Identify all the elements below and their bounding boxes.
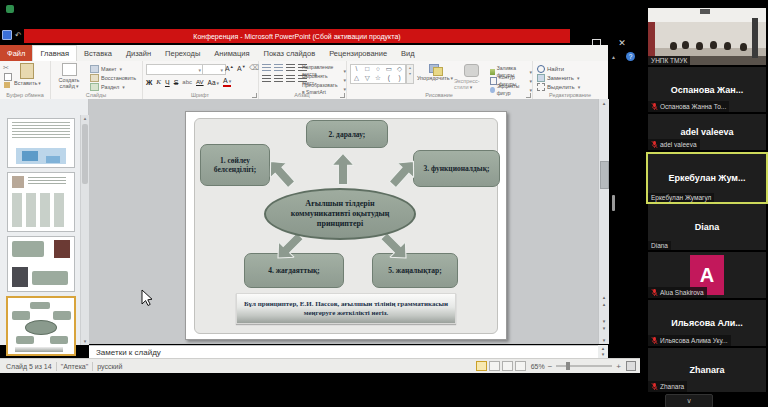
shape-rounded-rect-icon[interactable]: ▭ xyxy=(383,65,394,74)
tab-review[interactable]: Рецензирование xyxy=(322,45,394,61)
new-slide-button[interactable]: Создать слайд xyxy=(54,63,84,89)
window-titlebar[interactable]: Конференция - Microsoft PowerPoint (Сбой… xyxy=(24,29,570,43)
slide-sorter-view-icon[interactable] xyxy=(489,361,500,371)
tab-animations[interactable]: Анимация xyxy=(207,45,256,61)
close-window-button[interactable]: ✕ xyxy=(612,36,632,49)
diagram-box-2[interactable]: 2. даралау; xyxy=(306,120,388,148)
tab-design[interactable]: Дизайн xyxy=(119,45,158,61)
align-center-icon[interactable] xyxy=(274,75,283,82)
change-case-button[interactable]: Aa xyxy=(208,79,219,86)
meeting-info-icon[interactable] xyxy=(6,5,14,13)
copy-icon[interactable] xyxy=(4,73,12,81)
save-icon[interactable] xyxy=(2,30,12,40)
zoom-level[interactable]: 65% xyxy=(531,363,545,370)
align-left-icon[interactable] xyxy=(262,75,271,82)
diagram-box-4[interactable]: 4. жағдаяттық; xyxy=(244,253,344,288)
notes-scrollbar[interactable]: ▴▾ xyxy=(598,345,608,358)
notes-pane[interactable]: Заметки к слайду xyxy=(89,345,598,358)
participant-tile-erkebulan-active-speaker[interactable]: Еркебулан Жум... Еркебулан Жумагул xyxy=(646,152,768,204)
participant-tile-diana[interactable]: Diana Diana xyxy=(648,204,766,250)
italic-button[interactable]: К xyxy=(156,78,161,86)
underline-button[interactable]: Ч xyxy=(165,79,170,86)
next-slide-button[interactable]: ▾▾ xyxy=(599,318,609,332)
arrange-button[interactable]: Упорядочить xyxy=(418,64,452,81)
participant-tile-adel[interactable]: adel valeeva adel valeeva xyxy=(648,114,766,150)
tab-insert[interactable]: Вставка xyxy=(77,45,119,61)
shape-triangle-icon[interactable]: △ xyxy=(351,74,362,83)
slideshow-view-icon[interactable] xyxy=(515,361,526,371)
tab-slideshow[interactable]: Показ слайдов xyxy=(257,45,323,61)
cut-icon[interactable]: ✂ xyxy=(3,64,9,72)
bold-button[interactable]: Ж xyxy=(146,79,152,86)
font-dialog-launcher[interactable] xyxy=(252,93,257,98)
format-painter-icon[interactable] xyxy=(4,82,10,88)
replace-button[interactable]: Заменить xyxy=(537,74,579,82)
reset-button[interactable]: Восстановить xyxy=(90,74,136,82)
more-participants-button[interactable]: ∨ xyxy=(665,394,713,407)
bullets-icon[interactable] xyxy=(262,64,271,71)
shape-ellipse-icon[interactable]: ○ xyxy=(373,65,384,74)
diagram-box-5[interactable]: 5. жаңалықтар; xyxy=(372,253,458,288)
reading-view-icon[interactable] xyxy=(502,361,513,371)
zoom-in-icon[interactable]: + xyxy=(616,362,621,371)
participant-video-tile[interactable]: УНПК ТМУК xyxy=(648,8,766,65)
participant-tile-ilyasova[interactable]: Ильясова Али... Ильясова Алима Уку... xyxy=(648,300,766,346)
section-button[interactable]: Раздел xyxy=(90,83,125,91)
previous-slide-button[interactable]: ▴▴ xyxy=(599,294,609,308)
slide-thumbnail-2[interactable] xyxy=(7,118,75,168)
paste-button[interactable]: Вставить xyxy=(14,63,41,86)
shape-brace-right-icon[interactable]: ) xyxy=(394,74,405,83)
shape-brace-left-icon[interactable]: ( xyxy=(383,74,394,83)
sidebar-splitter-handle[interactable] xyxy=(612,195,615,211)
fit-to-window-icon[interactable] xyxy=(626,361,636,371)
participant-tile-alua[interactable]: A Alua Shakirova xyxy=(648,252,766,298)
shrink-font-icon[interactable]: А▼ xyxy=(236,64,247,72)
layout-button[interactable]: Макет xyxy=(90,65,122,73)
participant-tile-zhanara[interactable]: Zhanara Zhanara xyxy=(648,348,766,392)
diagram-box-1[interactable]: 1. сөйлеу белсенділігі; xyxy=(200,144,270,186)
shapes-scroll[interactable]: ▴▾ xyxy=(406,64,414,84)
diagram-box-3[interactable]: 3. функционалдық; xyxy=(413,150,500,187)
tab-transitions[interactable]: Переходы xyxy=(158,45,207,61)
normal-view-icon[interactable] xyxy=(476,361,487,371)
drawing-dialog-launcher[interactable] xyxy=(526,93,531,98)
zoom-slider-thumb[interactable] xyxy=(566,362,570,370)
diagram-footer-banner[interactable]: Бұл принциптер, Е.И. Пассов, ағылшын тіл… xyxy=(236,293,456,324)
help-icon[interactable]: ? xyxy=(626,52,635,61)
shape-rectangle-icon[interactable]: □ xyxy=(362,65,373,74)
tab-view[interactable]: Вид xyxy=(394,45,422,61)
shape-star-icon[interactable]: ☆ xyxy=(373,74,384,83)
paragraph-dialog-launcher[interactable] xyxy=(340,93,345,98)
grow-font-icon[interactable]: А▲ xyxy=(224,64,235,72)
tab-home[interactable]: Главная xyxy=(32,45,77,62)
shapes-gallery[interactable]: \ □ ○ ▭ ◇ △ ▽ ☆ ( ) xyxy=(350,64,406,84)
shape-triangle-down-icon[interactable]: ▽ xyxy=(362,74,373,83)
decrease-indent-icon[interactable] xyxy=(286,64,295,71)
font-color-button[interactable]: А xyxy=(223,77,231,87)
select-button[interactable]: Выделить xyxy=(537,83,580,91)
shape-diamond-icon[interactable]: ◇ xyxy=(394,65,405,74)
zoom-slider[interactable] xyxy=(556,365,612,367)
canvas-scrollbar[interactable]: ▴ ▴▴ ▾▾ ▾ xyxy=(598,99,609,344)
diagram-center-ellipse[interactable]: Ағылшын тілдерін коммуникативті оқытудың… xyxy=(264,188,416,240)
shape-line-icon[interactable]: \ xyxy=(351,65,362,74)
slide[interactable]: 2. даралау; 1. сөйлеу белсенділігі; 3. ф… xyxy=(185,111,507,340)
slide-thumbnail-5-current[interactable] xyxy=(6,296,76,356)
participant-tile-ospanova[interactable]: Оспанова Жан... Оспанова Жанна То... xyxy=(648,67,766,112)
tab-file[interactable]: Файл xyxy=(0,45,32,61)
strikethrough-button[interactable]: S xyxy=(174,79,179,86)
slide-thumbnail-4[interactable] xyxy=(7,236,75,292)
numbering-icon[interactable] xyxy=(274,64,283,71)
font-size-select[interactable]: ▾ xyxy=(202,64,226,75)
font-name-select[interactable]: ▾ xyxy=(146,64,204,75)
panel-scrollbar[interactable]: ▴ ▾ xyxy=(80,115,89,345)
align-right-icon[interactable] xyxy=(286,75,295,82)
undo-icon[interactable]: ↶ xyxy=(15,31,22,40)
char-spacing-button[interactable]: AV xyxy=(196,79,204,85)
quick-styles-button[interactable]: Экспресс-стили xyxy=(454,64,488,90)
slide-thumbnail-3[interactable] xyxy=(7,172,75,232)
find-button[interactable]: Найти xyxy=(537,65,564,73)
zoom-out-icon[interactable]: − xyxy=(548,362,553,371)
language-indicator[interactable]: русский xyxy=(97,363,122,370)
ribbon-collapse-icon[interactable]: ▴ xyxy=(612,53,615,60)
